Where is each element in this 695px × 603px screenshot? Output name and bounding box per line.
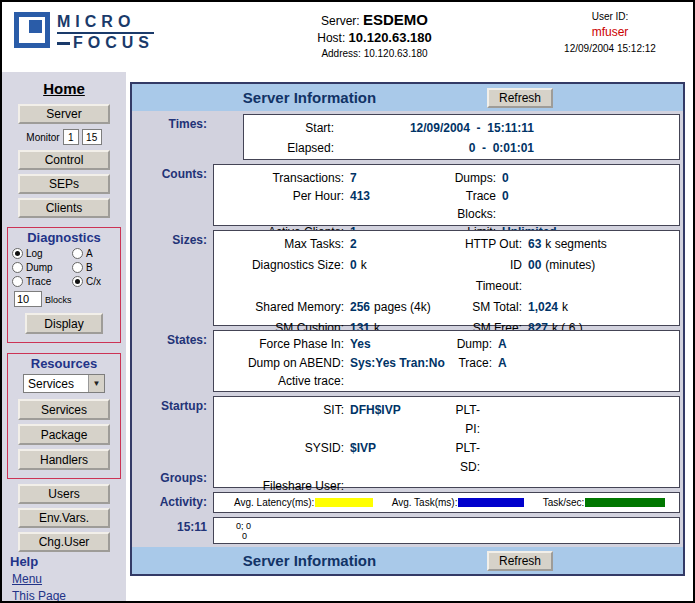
display-button[interactable]: Display <box>25 313 103 334</box>
tasksec-label: Task/sec: <box>543 497 585 508</box>
blocks-label: Blocks <box>45 295 72 307</box>
task-bar <box>458 498 524 507</box>
field-label: Trace: <box>444 354 492 373</box>
field-value: 0 <box>496 187 679 223</box>
monitor-input-2[interactable] <box>82 129 102 145</box>
radio-label: B <box>86 262 93 273</box>
field-label: PLT-SD: <box>444 439 480 477</box>
field-value: 0 - 0:01:01 <box>334 139 534 159</box>
address-label: Address: <box>321 48 360 59</box>
main-content: Server Information Refresh Times: Start:… <box>126 72 693 601</box>
field-label: PLT-PI: <box>444 401 480 439</box>
diagnostics-radio-group: Log A Dump B <box>12 248 116 287</box>
row-label-activity: Activity: <box>135 492 213 513</box>
row-label-startup: Startup: <box>161 399 207 413</box>
radio-a[interactable]: A <box>72 248 114 259</box>
handlers-button[interactable]: Handlers <box>18 449 110 470</box>
home-link[interactable]: Home <box>43 80 85 97</box>
field-value: 413 <box>344 187 434 223</box>
monitor-input-1[interactable] <box>63 129 79 145</box>
radio-b[interactable]: B <box>72 262 114 273</box>
monitor-controls: Monitor <box>26 129 101 145</box>
field-label: Trace Blocks: <box>434 187 496 223</box>
field-value: 2 <box>344 234 462 255</box>
radio-icon <box>72 262 83 273</box>
resources-panel: Resources Services ▼ Services Package Ha… <box>7 353 121 479</box>
header-server-info: Server: ESDEMO Host: 10.120.63.180 Addre… <box>214 9 535 72</box>
menu-link[interactable]: Menu <box>12 572 42 586</box>
resources-dropdown[interactable]: Services ▼ <box>23 374 105 393</box>
startup-cell: SIT: DFH$IVP PLT-PI: SYSID: $IVP PLT-SD:… <box>213 396 680 488</box>
resources-dropdown-value: Services <box>24 377 88 391</box>
row-label-groups: Groups: <box>160 471 207 485</box>
footer-title: Server Information <box>132 552 487 569</box>
field-label: SIT: <box>214 401 344 439</box>
field-value <box>492 372 679 391</box>
users-button[interactable]: Users <box>18 484 110 504</box>
seps-button[interactable]: SEPs <box>18 174 110 194</box>
activity-cell: Avg. Latency(ms): Avg. Task(ms): Task/se… <box>213 492 680 513</box>
radio-cx[interactable]: C/x <box>72 276 114 287</box>
field-label: Transactions: <box>214 169 344 187</box>
latency-bar <box>315 498 373 507</box>
services-button[interactable]: Services <box>18 399 110 420</box>
field-value: 1,024k <box>522 297 679 318</box>
field-label <box>444 372 492 391</box>
times-cell: Start: 12/09/2004 - 15:11:11 Elapsed: 0 … <box>243 114 680 160</box>
chguser-button[interactable]: Chg.User <box>18 532 110 552</box>
microfocus-logo-icon <box>14 12 50 48</box>
blocks-input[interactable] <box>14 291 42 307</box>
field-value: Sys:Yes Tran:No <box>344 354 444 373</box>
radio-selected-icon <box>12 248 23 259</box>
user-id-value: mfuser <box>535 25 685 39</box>
server-label: Server: <box>321 14 360 28</box>
refresh-button-bottom[interactable]: Refresh <box>487 551 553 571</box>
chevron-down-icon: ▼ <box>88 375 104 392</box>
field-label: Force Phase In: <box>214 335 344 354</box>
field-value: $IVP <box>344 439 444 477</box>
field-value: 00(minutes) <box>522 255 679 297</box>
help-label: Help <box>2 554 38 569</box>
server-name: ESDEMO <box>363 11 428 28</box>
field-label: SYSID: <box>214 439 344 477</box>
field-value: 63k segments <box>522 234 679 255</box>
server-button[interactable]: Server <box>18 104 110 124</box>
clients-button[interactable]: Clients <box>18 198 110 218</box>
this-page-link[interactable]: This Page <box>12 589 66 601</box>
radio-label: A <box>86 248 93 259</box>
microfocus-logo: MICRO FOCUS <box>14 9 214 72</box>
radio-dump[interactable]: Dump <box>12 262 72 273</box>
field-label: Shared Memory: <box>214 297 344 318</box>
host-label: Host: <box>317 31 345 45</box>
header-user-info: User ID: mfuser 12/09/2004 15:12:12 <box>535 9 685 72</box>
field-value: 0k <box>344 255 462 297</box>
field-value <box>344 372 444 391</box>
field-label: Start: <box>244 119 334 139</box>
blocks-controls: Blocks <box>12 291 72 307</box>
server-info-table: Times: Start: 12/09/2004 - 15:11:11 Elap… <box>132 111 683 547</box>
tasksec-bar <box>585 498 665 507</box>
field-value <box>480 401 679 439</box>
refresh-button-top[interactable]: Refresh <box>487 88 553 108</box>
resources-title: Resources <box>31 356 97 371</box>
field-label: Dump on ABEND: <box>214 354 344 373</box>
field-value: DFH$IVP <box>344 401 444 439</box>
control-button[interactable]: Control <box>18 150 110 170</box>
user-id-label: User ID: <box>535 11 685 22</box>
titlebar-top: Server Information Refresh <box>132 84 683 111</box>
host-value: 10.120.63.180 <box>349 30 432 45</box>
diagnostics-title: Diagnostics <box>27 230 101 245</box>
field-value: A <box>492 335 679 354</box>
radio-log[interactable]: Log <box>12 248 72 259</box>
package-button[interactable]: Package <box>18 424 110 445</box>
logo-line1: MICRO <box>57 13 154 34</box>
field-label: Per Hour: <box>214 187 344 223</box>
radio-selected-icon <box>72 276 83 287</box>
radio-label: Log <box>26 248 43 259</box>
row-label-states: States: <box>135 330 213 392</box>
radio-icon <box>12 276 23 287</box>
radio-trace[interactable]: Trace <box>12 276 72 287</box>
envvars-button[interactable]: Env.Vars. <box>18 508 110 528</box>
field-label: Active trace: <box>214 372 344 391</box>
field-label: Diagnostics Size: <box>214 255 344 297</box>
